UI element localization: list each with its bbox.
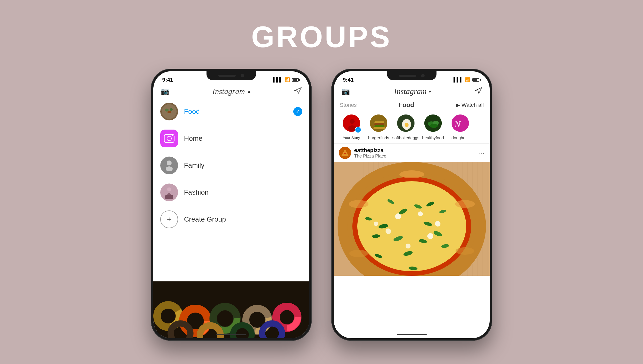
post-location: The Pizza Place: [354, 154, 386, 159]
svg-point-75: [386, 228, 391, 234]
signal-icon-right: ▌▌▌: [454, 77, 463, 82]
story-username-doughn: doughn...: [447, 136, 474, 140]
nav-bar-left: 📷 Instagram ▲: [153, 85, 309, 98]
svg-point-81: [349, 200, 368, 208]
story-item-softboiledeggs[interactable]: softboiledeggs: [392, 113, 420, 140]
camera-icon-right[interactable]: 📷: [341, 87, 350, 96]
svg-rect-36: [374, 122, 384, 123]
group-item-food[interactable]: Food ✓: [153, 98, 309, 125]
page-title: GROUPS: [251, 20, 392, 54]
svg-text:N: N: [454, 120, 461, 129]
wifi-icon-left: 📶: [284, 77, 290, 82]
stories-label: Stories: [340, 102, 356, 108]
svg-point-74: [418, 212, 423, 216]
svg-point-33: [350, 119, 355, 124]
svg-point-13: [166, 166, 172, 171]
group-avatar-food: [160, 102, 178, 120]
stories-group-title: Food: [398, 101, 414, 109]
group-avatar-family: [160, 156, 178, 174]
stories-header: Stories Food ▶ Watch all: [334, 98, 490, 111]
svg-point-79: [435, 221, 440, 226]
time-right: 9:41: [343, 77, 354, 83]
send-icon-right[interactable]: [475, 87, 482, 96]
battery-icon-right: [472, 78, 481, 82]
nav-title-left: Instagram ▲: [212, 87, 251, 96]
svg-rect-47: [452, 114, 470, 132]
story-item-healthyfood[interactable]: healthyfood: [420, 113, 447, 140]
phone-left-inner: 9:41 ▌▌▌ 📶 📷 Instagram ▲: [153, 71, 309, 338]
group-item-family[interactable]: Family: [153, 152, 309, 179]
status-icons-left: ▌▌▌ 📶: [273, 77, 300, 82]
nav-title-right: Instagram ▾: [394, 87, 431, 96]
post-more-icon[interactable]: ···: [478, 149, 485, 156]
svg-point-50: [344, 153, 346, 154]
stories-row: + Your Story: [334, 111, 490, 144]
create-group-item[interactable]: + Create Group: [153, 206, 309, 233]
chevron-down-icon[interactable]: ▾: [428, 89, 431, 94]
story-avatar-your-story: +: [341, 113, 362, 134]
play-icon: ▶: [456, 102, 460, 108]
svg-point-84: [456, 247, 474, 255]
plus-icon: +: [160, 210, 178, 228]
story-avatar-doughn: N: [450, 113, 471, 134]
watch-all[interactable]: ▶ Watch all: [456, 102, 484, 108]
story-item-your-story[interactable]: + Your Story: [338, 113, 365, 140]
post-avatar: [339, 147, 351, 159]
svg-point-56: [357, 181, 466, 271]
post-user-info: eatthepizza The Pizza Place: [339, 147, 386, 159]
svg-point-80: [400, 170, 424, 178]
home-indicator-right: [397, 334, 426, 335]
svg-point-15: [167, 188, 171, 192]
svg-rect-38: [374, 125, 384, 127]
svg-point-10: [172, 135, 173, 136]
phones-container: 9:41 ▌▌▌ 📶 📷 Instagram ▲: [151, 69, 492, 341]
group-name-food: Food: [184, 108, 200, 116]
group-item-home[interactable]: Home: [153, 125, 309, 152]
svg-point-83: [349, 250, 368, 257]
story-username-healthyfood: healthyfood: [420, 136, 447, 140]
svg-point-42: [404, 123, 408, 127]
group-avatar-fashion: [160, 184, 178, 201]
time-left: 9:41: [162, 77, 173, 83]
svg-point-78: [374, 222, 378, 226]
post-user-text: eatthepizza The Pizza Place: [354, 147, 386, 159]
notch-left: [206, 71, 256, 80]
phone-right-inner: 9:41 ▌▌▌ 📶 📷 Instagram ▾: [334, 71, 490, 338]
wifi-icon-right: 📶: [465, 77, 470, 82]
post-username: eatthepizza: [354, 147, 386, 154]
svg-point-73: [395, 214, 401, 219]
phone-right: 9:41 ▌▌▌ 📶 📷 Instagram ▾: [332, 69, 492, 341]
post-image: [334, 162, 490, 276]
story-username-your-story: Your Story: [338, 136, 365, 140]
check-icon-food: ✓: [293, 107, 302, 116]
chevron-up-icon[interactable]: ▲: [247, 89, 251, 94]
camera-icon-left[interactable]: 📷: [161, 87, 170, 96]
svg-point-76: [427, 233, 433, 239]
phone-left: 9:41 ▌▌▌ 📶 📷 Instagram ▲: [151, 69, 312, 341]
svg-point-82: [455, 200, 475, 208]
group-name-family: Family: [184, 162, 204, 170]
add-story-icon[interactable]: +: [355, 126, 361, 133]
story-avatar-burgerfinds: [368, 113, 389, 134]
nav-bar-right: 📷 Instagram ▾: [334, 85, 490, 98]
svg-point-4: [168, 111, 171, 113]
story-item-burgerfinds[interactable]: burgerfinds: [365, 113, 392, 140]
groups-list: Food ✓: [153, 98, 309, 233]
svg-rect-37: [374, 124, 384, 125]
group-name-fashion: Fashion: [184, 188, 209, 196]
svg-point-77: [406, 244, 410, 248]
story-avatar-healthyfood: [423, 113, 444, 134]
group-item-fashion[interactable]: Fashion: [153, 179, 309, 206]
svg-rect-16: [165, 195, 173, 199]
battery-icon-left: [292, 78, 300, 82]
svg-point-46: [430, 124, 438, 128]
create-group-label: Create Group: [184, 216, 226, 223]
notch-right: [387, 71, 436, 80]
svg-point-3: [170, 108, 172, 111]
post-header: eatthepizza The Pizza Place ···: [334, 144, 490, 162]
signal-icon-left: ▌▌▌: [273, 77, 282, 82]
send-icon-left[interactable]: [294, 87, 302, 96]
story-item-doughn[interactable]: N doughn...: [447, 113, 474, 140]
group-avatar-home: [160, 130, 178, 148]
svg-rect-7: [160, 130, 178, 148]
